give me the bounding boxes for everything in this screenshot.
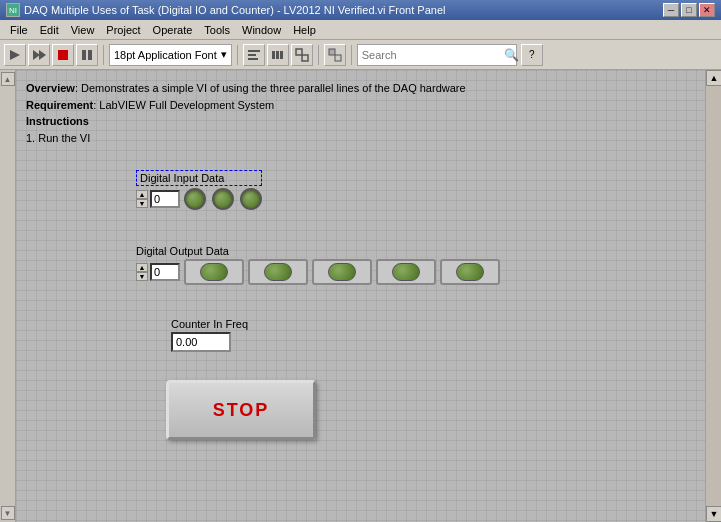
svg-rect-3 xyxy=(58,50,68,60)
counter-value[interactable]: 0.00 xyxy=(171,332,231,352)
svg-rect-13 xyxy=(302,55,308,61)
minimize-button[interactable]: ─ xyxy=(663,3,679,17)
digital-output-value[interactable]: 0 xyxy=(150,263,180,281)
svg-rect-15 xyxy=(335,55,341,61)
font-selector[interactable]: 18pt Application Font ▾ xyxy=(109,44,232,66)
title-bar: NI DAQ Multiple Uses of Task (Digital IO… xyxy=(0,0,721,20)
separator-4 xyxy=(351,45,352,65)
instructions-label: Instructions xyxy=(26,115,89,127)
search-icon: 🔍 xyxy=(504,48,519,62)
menu-help[interactable]: Help xyxy=(287,23,322,37)
counter-section: Counter In Freq 0.00 xyxy=(171,318,248,352)
digital-input-control: ▲ ▼ 0 xyxy=(136,190,180,208)
separator-3 xyxy=(318,45,319,65)
input-led-0[interactable] xyxy=(184,188,206,210)
app-icon: NI xyxy=(6,3,20,17)
close-button[interactable]: ✕ xyxy=(699,3,715,17)
output-increment[interactable]: ▲ xyxy=(136,263,148,272)
menu-file[interactable]: File xyxy=(4,23,34,37)
output-btn-4[interactable] xyxy=(440,259,500,285)
run-continuously-button[interactable] xyxy=(28,44,50,66)
output-decrement[interactable]: ▼ xyxy=(136,272,148,281)
overview-label: Overview xyxy=(26,82,75,94)
digital-input-section: Digital Input Data ▲ ▼ 0 xyxy=(136,170,262,210)
output-led-inner-3 xyxy=(392,263,420,281)
input-increment[interactable]: ▲ xyxy=(136,190,148,199)
menu-project[interactable]: Project xyxy=(100,23,146,37)
right-scrollbar: ▲ ▼ xyxy=(705,70,721,522)
abort-button[interactable] xyxy=(52,44,74,66)
run-button[interactable] xyxy=(4,44,26,66)
stop-button[interactable]: STOP xyxy=(166,380,316,440)
digital-output-row: ▲ ▼ 0 xyxy=(136,259,500,285)
digital-input-leds xyxy=(184,188,262,210)
digital-input-value[interactable]: 0 xyxy=(150,190,180,208)
svg-rect-9 xyxy=(272,51,275,59)
scroll-track[interactable] xyxy=(706,86,721,506)
menu-operate[interactable]: Operate xyxy=(147,23,199,37)
svg-rect-11 xyxy=(280,51,283,59)
svg-rect-8 xyxy=(248,58,258,60)
svg-rect-5 xyxy=(88,50,92,60)
svg-rect-12 xyxy=(296,49,302,55)
left-panel-border: ▲ ▼ xyxy=(0,70,16,522)
separator-1 xyxy=(103,45,104,65)
output-led-inner-1 xyxy=(264,263,292,281)
overview-text: : Demonstrates a simple VI of using the … xyxy=(75,82,466,94)
output-btn-0[interactable] xyxy=(184,259,244,285)
svg-marker-2 xyxy=(39,50,46,60)
step-1: 1. Run the VI xyxy=(26,132,90,144)
input-arrows: ▲ ▼ xyxy=(136,190,148,208)
pause-button[interactable] xyxy=(76,44,98,66)
menu-view[interactable]: View xyxy=(65,23,101,37)
search-box[interactable]: 🔍 xyxy=(357,44,517,66)
scroll-down-button[interactable]: ▼ xyxy=(706,506,721,522)
window-title: DAQ Multiple Uses of Task (Digital IO an… xyxy=(24,4,445,16)
help-button[interactable]: ? xyxy=(521,44,543,66)
svg-rect-7 xyxy=(248,54,256,56)
digital-input-label: Digital Input Data xyxy=(136,170,262,186)
counter-label: Counter In Freq xyxy=(171,318,248,330)
chevron-down-icon: ▾ xyxy=(221,48,227,61)
main-panel: ▲ ▼ Overview: Demonstrates a simple VI o… xyxy=(0,70,721,522)
menu-edit[interactable]: Edit xyxy=(34,23,65,37)
output-btn-3[interactable] xyxy=(376,259,436,285)
digital-output-section: Digital Output Data ▲ ▼ 0 xyxy=(136,245,500,285)
svg-marker-0 xyxy=(10,50,20,60)
digital-output-control: ▲ ▼ 0 xyxy=(136,263,180,281)
output-arrows: ▲ ▼ xyxy=(136,263,148,281)
resize-button[interactable] xyxy=(291,44,313,66)
svg-rect-14 xyxy=(329,49,335,55)
output-led-inner-0 xyxy=(200,263,228,281)
svg-rect-10 xyxy=(276,51,279,59)
output-led-buttons xyxy=(184,259,500,285)
output-btn-2[interactable] xyxy=(312,259,372,285)
svg-rect-4 xyxy=(82,50,86,60)
maximize-button[interactable]: □ xyxy=(681,3,697,17)
menu-bar: File Edit View Project Operate Tools Win… xyxy=(0,20,721,40)
toolbar: 18pt Application Font ▾ 🔍 ? xyxy=(0,40,721,70)
font-label: 18pt Application Font xyxy=(114,49,217,61)
panel-description: Overview: Demonstrates a simple VI of us… xyxy=(26,80,685,146)
menu-window[interactable]: Window xyxy=(236,23,287,37)
output-btn-1[interactable] xyxy=(248,259,308,285)
menu-tools[interactable]: Tools xyxy=(198,23,236,37)
content-area: Overview: Demonstrates a simple VI of us… xyxy=(16,70,705,522)
svg-rect-6 xyxy=(248,50,260,52)
input-led-1[interactable] xyxy=(212,188,234,210)
search-input[interactable] xyxy=(362,49,500,61)
scroll-up-button[interactable]: ▲ xyxy=(706,70,721,86)
input-led-2[interactable] xyxy=(240,188,262,210)
digital-input-row: ▲ ▼ 0 xyxy=(136,188,262,210)
reorder-button[interactable] xyxy=(324,44,346,66)
left-scroll-up[interactable]: ▲ xyxy=(1,72,15,86)
output-led-inner-2 xyxy=(328,263,356,281)
distribute-button[interactable] xyxy=(267,44,289,66)
left-scroll-down[interactable]: ▼ xyxy=(1,506,15,520)
window-controls: ─ □ ✕ xyxy=(663,3,715,17)
input-decrement[interactable]: ▼ xyxy=(136,199,148,208)
svg-marker-1 xyxy=(33,50,40,60)
align-button[interactable] xyxy=(243,44,265,66)
stop-button-container: STOP xyxy=(166,380,316,440)
separator-2 xyxy=(237,45,238,65)
